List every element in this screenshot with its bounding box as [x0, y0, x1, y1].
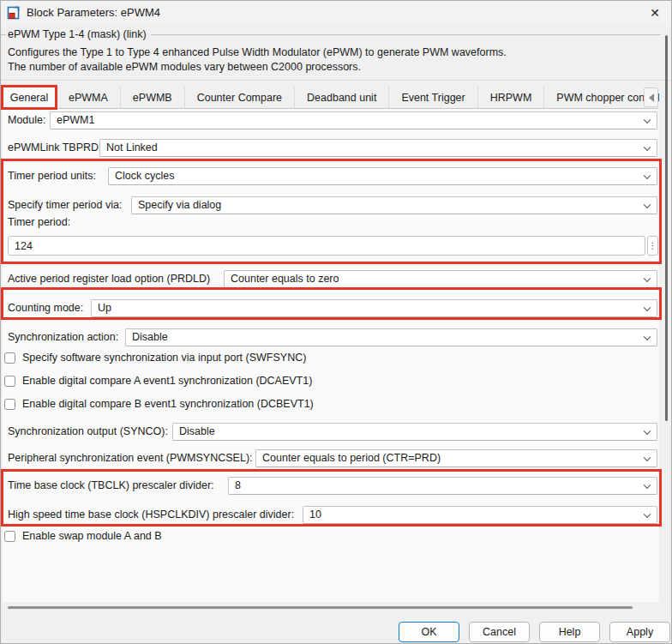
title-bar: Block Parameters: ePWM4 ✕ — [1, 1, 671, 25]
tab-label: ePWMB — [133, 92, 172, 104]
checkbox-icon[interactable] — [4, 352, 15, 364]
module-select[interactable]: ePWM1 — [50, 111, 657, 129]
tbclk-select[interactable]: 8 — [228, 477, 657, 495]
timer-period-input[interactable] — [8, 236, 645, 256]
apply-button[interactable]: Apply — [609, 622, 670, 642]
checkbox-icon[interactable] — [4, 399, 15, 410]
tab-label: HRPWM — [490, 92, 532, 104]
help-button[interactable]: Help — [539, 622, 600, 642]
checkbox-icon[interactable] — [4, 531, 15, 542]
chevron-down-icon — [644, 304, 651, 310]
chevron-down-icon — [644, 427, 651, 434]
tab-general[interactable]: General — [3, 86, 56, 109]
module-label: Module: — [8, 111, 45, 129]
section-separator — [1, 80, 672, 81]
prdld-label: Active period register load option (PRDL… — [8, 270, 210, 288]
checkbox-swfsync[interactable]: Specify software synchronization via inp… — [4, 351, 306, 364]
chevron-down-icon — [644, 172, 651, 178]
specify-timer-period-via-label: Specify timer period via: — [8, 196, 122, 214]
ok-button[interactable]: OK — [399, 622, 459, 642]
tab-scroll-left-button[interactable] — [644, 87, 658, 107]
checkbox-enable-swap[interactable]: Enable swap module A and B — [4, 529, 162, 543]
tab-deadband-unit[interactable]: Deadband unit — [295, 87, 389, 108]
tbclk-value: 8 — [235, 479, 241, 491]
checkbox-label: Specify software synchronization via inp… — [22, 351, 306, 364]
hspclkdiv-label: High speed time base clock (HSPCLKDIV) p… — [8, 506, 294, 524]
tab-bar: ePWMA ePWMB Counter Compare Deadband uni… — [56, 87, 672, 108]
timer-period-units-select[interactable]: Clock cycles — [108, 167, 657, 185]
timer-period-label: Timer period: — [8, 215, 70, 230]
synco-value: Disable — [179, 425, 215, 437]
tab-label: ePWMA — [69, 92, 108, 104]
chevron-down-icon — [644, 510, 651, 517]
chevron-down-icon — [644, 116, 651, 123]
specify-timer-period-via-value: Specify via dialog — [138, 199, 221, 211]
simulink-block-icon — [7, 6, 21, 20]
prdld-value: Counter equals to zero — [231, 273, 339, 285]
close-button[interactable]: ✕ — [640, 1, 669, 25]
checkbox-icon[interactable] — [4, 376, 15, 387]
tab-epwma[interactable]: ePWMA — [56, 87, 121, 108]
overflow-dots-icon: ⋮ — [649, 241, 657, 250]
pwmsyncsel-label: Peripheral synchronization event (PWMSYN… — [8, 449, 253, 467]
chevron-down-icon — [644, 274, 651, 281]
epwmlink-tbprd-value: Not Linked — [106, 141, 158, 153]
chevron-down-icon — [644, 454, 651, 460]
chevron-down-icon — [644, 143, 651, 150]
tab-event-trigger[interactable]: Event Trigger — [389, 87, 477, 108]
pwmsyncsel-select[interactable]: Counter equals to period (CTR=PRD) — [255, 449, 657, 467]
checkbox-dcaevt1[interactable]: Enable digital compare A event1 synchron… — [4, 374, 312, 388]
module-value: ePWM1 — [57, 114, 94, 126]
tbclk-label: Time base clock (TBCLK) prescaler divide… — [8, 477, 214, 495]
checkbox-label: Enable digital compare A event1 synchron… — [22, 374, 312, 388]
tab-hrpwm[interactable]: HRPWM — [478, 87, 545, 108]
button-bar-divider — [8, 606, 633, 609]
tab-label: General — [10, 92, 48, 104]
vertical-scrollbar-thumb[interactable] — [665, 35, 668, 421]
sync-action-value: Disable — [132, 331, 168, 343]
timer-period-units-label: Timer period units: — [8, 167, 96, 185]
counting-mode-select[interactable]: Up — [91, 299, 657, 317]
counting-mode-value: Up — [98, 302, 111, 314]
timer-period-units-value: Clock cycles — [115, 170, 174, 182]
sync-action-select[interactable]: Disable — [125, 328, 657, 346]
epwmlink-tbprd-select[interactable]: Not Linked — [99, 139, 657, 157]
tab-epwmb[interactable]: ePWMB — [121, 87, 185, 108]
prdld-select[interactable]: Counter equals to zero — [224, 270, 657, 288]
tab-label: Event Trigger — [401, 92, 465, 104]
sync-action-label: Synchronization action: — [8, 328, 118, 346]
counting-mode-label: Counting mode: — [8, 299, 83, 317]
window-title: Block Parameters: ePWM4 — [27, 1, 160, 25]
checkbox-label: Enable digital compare B event1 synchron… — [22, 397, 314, 411]
epwmlink-tbprd-label: ePWMLink TBPRD — [8, 139, 99, 157]
tab-label: Counter Compare — [197, 92, 282, 104]
synco-select[interactable]: Disable — [172, 423, 657, 441]
mask-description: Configures the Type 1 to Type 4 enhanced… — [8, 45, 507, 75]
synco-label: Synchronization output (SYNCO): — [8, 423, 168, 441]
timer-period-options-button[interactable]: ⋮ — [647, 236, 658, 256]
chevron-down-icon — [644, 201, 651, 208]
hspclkdiv-value: 10 — [309, 509, 321, 521]
specify-timer-period-via-select[interactable]: Specify via dialog — [131, 196, 657, 214]
tab-scroll-left-icon — [649, 93, 654, 102]
chevron-down-icon — [644, 333, 651, 340]
tab-label: Deadband unit — [307, 92, 376, 104]
close-icon: ✕ — [650, 6, 660, 20]
mask-legend: ePWM Type 1-4 (mask) (link) — [1, 27, 661, 41]
hspclkdiv-select[interactable]: 10 — [303, 506, 657, 524]
checkbox-dcbevt1[interactable]: Enable digital compare B event1 synchron… — [4, 397, 314, 411]
description-line-1: Configures the Type 1 to Type 4 enhanced… — [8, 45, 507, 60]
legend-line-right — [151, 34, 661, 35]
chevron-down-icon — [644, 481, 651, 488]
checkbox-label: Enable swap module A and B — [22, 529, 162, 543]
cancel-button[interactable]: Cancel — [469, 622, 530, 642]
description-line-2: The number of available ePWM modules var… — [8, 60, 507, 75]
block-parameters-dialog: Block Parameters: ePWM4 ✕ ePWM Type 1-4 … — [0, 0, 672, 644]
mask-heading: ePWM Type 1-4 (mask) (link) — [6, 28, 151, 40]
tab-counter-compare[interactable]: Counter Compare — [185, 87, 295, 108]
pwmsyncsel-value: Counter equals to period (CTR=PRD) — [262, 452, 441, 464]
